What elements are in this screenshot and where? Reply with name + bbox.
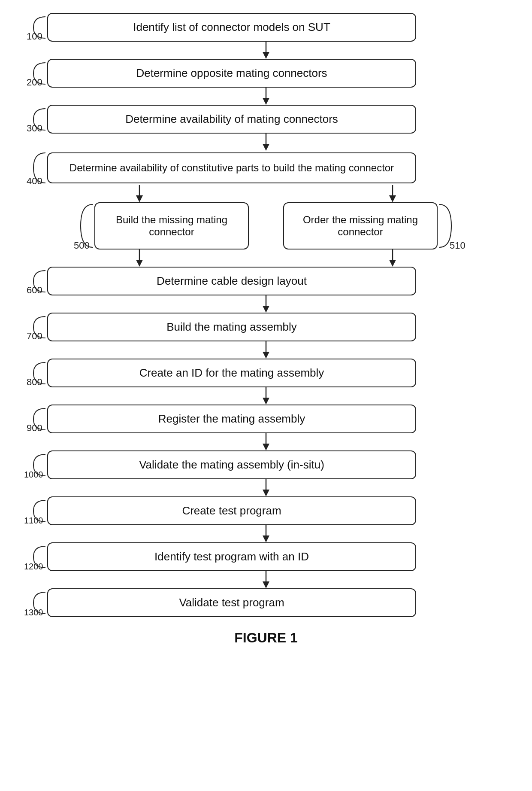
svg-marker-11 — [136, 260, 143, 267]
bracket-300: 300 — [30, 106, 47, 132]
step-box-500: Build the missing mating connector — [94, 202, 249, 249]
step-700-row: 700 Build the mating assembly — [30, 313, 502, 341]
step-600-row: 600 Determine cable design layout — [30, 267, 502, 295]
svg-marker-21 — [263, 444, 269, 450]
step-box-1200: Identify test program with an ID — [47, 542, 416, 571]
svg-marker-7 — [136, 195, 143, 202]
svg-marker-27 — [263, 581, 269, 588]
bracket-800: 800 — [30, 360, 47, 386]
svg-marker-15 — [263, 306, 269, 313]
svg-marker-19 — [263, 398, 269, 405]
step-1100-row: 1100 Create test program — [30, 496, 502, 525]
arrow-1100-1200 — [30, 525, 502, 542]
step-box-400: Determine availability of constitutive p… — [47, 152, 416, 183]
step-number-700: 700 — [27, 331, 42, 342]
step-box-510: Order the missing mating connector — [283, 202, 438, 249]
arrow-300-400 — [30, 134, 502, 151]
figure-label: FIGURE 1 — [234, 630, 298, 646]
arrow-700-800 — [30, 341, 502, 359]
arrow-100-200 — [30, 42, 502, 59]
step-number-1100: 1100 — [24, 516, 43, 526]
step-number-1000: 1000 — [24, 470, 43, 480]
step-box-300: Determine availability of mating connect… — [47, 105, 416, 134]
step-1200-row: 1200 Identify test program with an ID — [30, 542, 502, 571]
step-number-200: 200 — [27, 77, 42, 88]
arrow-1000-1100 — [30, 479, 502, 496]
step-number-1300: 1300 — [24, 608, 43, 618]
bracket-1200: 1200 — [30, 544, 47, 570]
bracket-700: 700 — [30, 314, 47, 340]
step-box-700: Build the mating assembly — [47, 313, 416, 341]
step-number-1200: 1200 — [24, 562, 43, 572]
step-number-800: 800 — [27, 377, 42, 388]
step-1300-row: 1300 Validate test program — [30, 588, 502, 617]
step-box-200: Determine opposite mating connectors — [47, 59, 416, 88]
step-box-100: Identify list of connector models on SUT — [47, 13, 416, 42]
step-number-510: 510 — [450, 240, 466, 251]
step-box-1100: Create test program — [47, 496, 416, 525]
arrow-200-300 — [30, 88, 502, 105]
step-box-1300: Validate test program — [47, 588, 416, 617]
svg-marker-13 — [389, 260, 396, 267]
bracket-100: 100 — [30, 15, 47, 40]
step-400-row: 400 Determine availability of constituti… — [30, 151, 502, 185]
svg-marker-23 — [263, 490, 269, 496]
arrow-900-1000 — [30, 433, 502, 450]
step-box-1000: Validate the mating assembly (in-situ) — [47, 450, 416, 479]
bracket-600: 600 — [30, 268, 47, 294]
step-box-600: Determine cable design layout — [47, 267, 416, 295]
bracket-400: 400 — [30, 151, 47, 185]
step-number-100: 100 — [27, 31, 42, 42]
svg-marker-25 — [263, 535, 269, 542]
flowchart: 100 Identify list of connector models on… — [30, 13, 502, 646]
step-900-row: 900 Register the mating assembly — [30, 405, 502, 433]
svg-marker-9 — [389, 195, 396, 202]
step-number-300: 300 — [27, 123, 42, 134]
step-200-row: 200 Determine opposite mating connectors — [30, 59, 502, 88]
svg-marker-17 — [263, 352, 269, 359]
step-number-500: 500 — [74, 240, 90, 251]
svg-marker-1 — [263, 52, 269, 59]
bracket-200: 200 — [30, 61, 47, 86]
svg-marker-5 — [263, 144, 269, 151]
step-300-row: 300 Determine availability of mating con… — [30, 105, 502, 134]
bracket-1000: 1000 — [30, 452, 47, 478]
step-box-800: Create an ID for the mating assembly — [47, 359, 416, 387]
bracket-1100: 1100 — [30, 498, 47, 524]
step-1000-row: 1000 Validate the mating assembly (in-si… — [30, 450, 502, 479]
step-800-row: 800 Create an ID for the mating assembly — [30, 359, 502, 387]
arrow-1200-1300 — [30, 571, 502, 588]
arrow-800-900 — [30, 387, 502, 405]
step-number-600: 600 — [27, 285, 42, 296]
bracket-1300: 1300 — [30, 590, 47, 616]
step-box-900: Register the mating assembly — [47, 405, 416, 433]
bracket-900: 900 — [30, 406, 47, 432]
step-100-row: 100 Identify list of connector models on… — [30, 13, 502, 42]
bracket-500: 500 — [77, 202, 94, 249]
step-number-900: 900 — [27, 423, 42, 434]
svg-marker-3 — [263, 98, 269, 105]
arrow-600-700 — [30, 295, 502, 313]
